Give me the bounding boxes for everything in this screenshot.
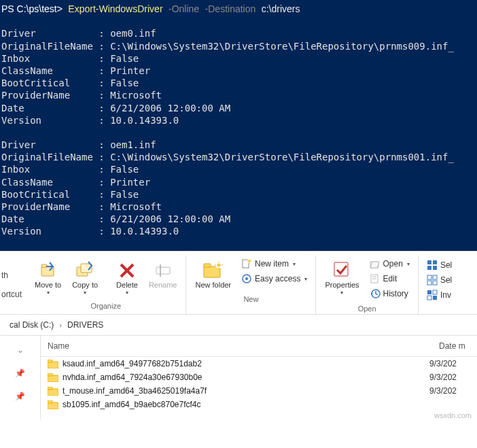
- column-name[interactable]: Name: [41, 336, 436, 356]
- history-button[interactable]: History: [368, 287, 411, 300]
- svg-rect-40: [433, 296, 437, 300]
- svg-rect-7: [156, 267, 170, 274]
- properties-icon: [332, 259, 351, 279]
- file-list-area: ⌄ 📌 📌 Name Date m ksaud.inf_amd64_949776…: [0, 336, 477, 419]
- table-row[interactable]: sb1095.inf_amd64_b9aebc870e7fcf4c: [41, 398, 477, 411]
- file-name: t_mouse.inf_amd64_3ba4625019fa4a7f: [63, 386, 429, 396]
- pinned-icon[interactable]: 📌: [15, 368, 25, 378]
- svg-rect-32: [433, 266, 437, 270]
- select-none-button[interactable]: Sel: [425, 273, 453, 287]
- move-to-icon: [38, 259, 58, 279]
- file-name: nvhda.inf_amd64_7924a30e67930b0e: [63, 373, 429, 382]
- open-group-label: Open: [358, 305, 376, 313]
- invert-selection-icon: [427, 290, 438, 300]
- organize-group: Move to ▾ Copy to ▾ Delete ▾: [26, 256, 186, 314]
- svg-rect-48: [48, 400, 52, 403]
- svg-rect-30: [433, 260, 437, 264]
- clipboard-group-clip: th ortcut: [0, 256, 26, 314]
- table-row[interactable]: t_mouse.inf_amd64_3ba4625019fa4a7f9/3/20…: [41, 384, 477, 398]
- table-row[interactable]: nvhda.inf_amd64_7924a30e67930b0e9/3/202: [41, 371, 477, 384]
- folder-icon: [48, 387, 58, 396]
- svg-rect-33: [427, 275, 431, 279]
- invert-selection-button[interactable]: Inv: [425, 288, 453, 302]
- file-date: 9/3/202: [429, 373, 470, 382]
- delete-button[interactable]: Delete ▾: [111, 256, 143, 299]
- chevron-right-icon: ›: [56, 321, 65, 329]
- explorer-ribbon: th ortcut Move to ▾ Copy to ▾: [0, 251, 477, 314]
- nav-pane-clip: ⌄ 📌 📌: [0, 336, 41, 419]
- breadcrumb-seg-folder[interactable]: DRIVERS: [65, 319, 106, 331]
- new-folder-button[interactable]: New folder: [190, 256, 236, 292]
- svg-rect-36: [433, 281, 437, 285]
- svg-rect-42: [48, 360, 52, 362]
- file-date: 9/3/202: [429, 386, 470, 396]
- svg-rect-35: [427, 281, 431, 285]
- folder-icon: [48, 373, 58, 382]
- svg-rect-37: [427, 290, 431, 294]
- history-icon: [370, 288, 381, 299]
- file-name: sb1095.inf_amd64_b9aebc870e7fcf4c: [63, 400, 429, 409]
- file-name: ksaud.inf_amd64_94977682b751dab2: [63, 359, 429, 368]
- table-row[interactable]: ksaud.inf_amd64_94977682b751dab29/3/202: [41, 357, 477, 371]
- select-none-icon: [427, 275, 438, 286]
- copy-to-icon: [75, 259, 95, 279]
- file-date: 9/3/202: [429, 359, 470, 368]
- open-group: Properties ▾ Open▾ Edit History Open: [316, 256, 419, 314]
- easy-access-icon: [241, 273, 252, 284]
- easy-access-button[interactable]: Easy access▾: [240, 272, 308, 286]
- open-button[interactable]: Open▾: [368, 257, 411, 271]
- copy-to-button[interactable]: Copy to ▾: [67, 256, 103, 299]
- svg-rect-44: [48, 373, 52, 376]
- new-group-label: New: [243, 295, 258, 303]
- new-group: New folder New item▾ Easy access▾ New: [186, 256, 316, 314]
- breadcrumb-seg-disk[interactable]: cal Disk (C:): [7, 319, 56, 331]
- watermark: wsxdn.com: [41, 411, 477, 419]
- new-folder-icon: [202, 259, 224, 279]
- delete-icon: [118, 259, 136, 279]
- move-to-button[interactable]: Move to ▾: [30, 256, 66, 299]
- new-item-icon: [241, 258, 252, 269]
- svg-rect-34: [433, 275, 437, 279]
- rename-icon: [154, 259, 172, 279]
- svg-rect-31: [427, 266, 431, 270]
- pinned-icon[interactable]: 📌: [15, 392, 25, 401]
- powershell-terminal: PS C:\ps\test> Export-WindowsDriver -Onl…: [0, 0, 477, 251]
- column-headers[interactable]: Name Date m: [41, 336, 477, 357]
- edit-icon: [370, 273, 381, 284]
- quick-access-chevron-icon[interactable]: ⌄: [17, 345, 24, 355]
- select-all-button[interactable]: Sel: [425, 258, 453, 272]
- open-icon: [370, 258, 381, 269]
- svg-rect-10: [204, 264, 211, 267]
- new-item-button[interactable]: New item▾: [240, 257, 308, 271]
- rename-button[interactable]: Rename: [144, 256, 182, 292]
- properties-button[interactable]: Properties ▾: [320, 256, 364, 299]
- svg-rect-29: [427, 260, 431, 264]
- breadcrumb[interactable]: cal Disk (C:) › DRIVERS: [0, 314, 477, 336]
- svg-rect-46: [48, 387, 52, 390]
- edit-button[interactable]: Edit: [368, 272, 411, 286]
- svg-rect-39: [427, 296, 431, 300]
- svg-point-12: [217, 264, 220, 266]
- folder-icon: [48, 360, 58, 368]
- svg-rect-1: [41, 264, 47, 267]
- select-group: Sel Sel Inv: [419, 256, 460, 314]
- folder-icon: [48, 400, 58, 409]
- column-date[interactable]: Date m: [436, 336, 477, 356]
- select-all-icon: [427, 260, 438, 271]
- svg-rect-38: [433, 290, 437, 294]
- organize-group-label: Organize: [90, 302, 121, 310]
- svg-point-22: [245, 277, 248, 280]
